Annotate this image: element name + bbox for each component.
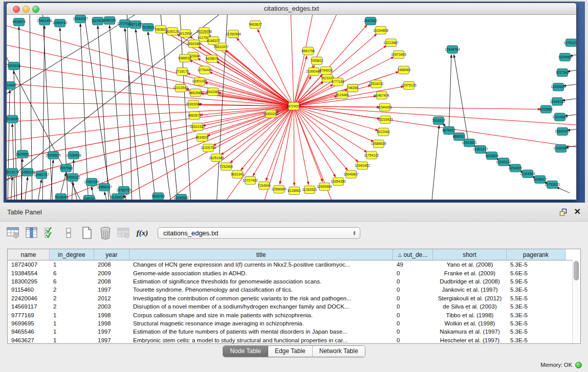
- table-row[interactable]: 1456911722003Disruption of a novel membe…: [8, 302, 580, 311]
- column-header-out_de[interactable]: △out_de...: [393, 249, 433, 260]
- table-mode-button[interactable]: [5, 225, 21, 241]
- graph-node-teal[interactable]: 8254305: [509, 164, 522, 172]
- graph-node-yellow[interactable]: 16510332: [190, 123, 205, 130]
- graph-node-teal[interactable]: 20206575: [46, 151, 61, 159]
- graph-node-teal[interactable]: 11456123: [20, 168, 35, 176]
- graph-node-teal[interactable]: 11004543: [520, 170, 535, 178]
- graph-node-yellow[interactable]: 16251986: [209, 154, 224, 162]
- graph-node-teal[interactable]: 6466160: [103, 17, 116, 25]
- close-panel-icon[interactable]: ✕: [574, 208, 581, 215]
- graph-node-yellow[interactable]: 746266: [347, 84, 358, 92]
- column-header-short[interactable]: short: [433, 249, 507, 260]
- graph-node-yellow[interactable]: 9852587: [189, 89, 202, 97]
- graph-node-teal[interactable]: 3913174: [7, 168, 19, 176]
- graph-node-teal[interactable]: 10913821: [462, 139, 477, 147]
- graph-node-yellow[interactable]: 10467404: [374, 92, 389, 99]
- graph-node-yellow[interactable]: 9912954: [179, 30, 192, 37]
- column-header-name[interactable]: name: [8, 249, 50, 260]
- graph-node-yellow[interactable]: 18724007: [286, 102, 301, 110]
- graph-node-yellow[interactable]: 13354350: [331, 178, 346, 185]
- graph-node-yellow[interactable]: 21833088: [186, 100, 201, 108]
- graph-node-yellow[interactable]: 16154808: [373, 27, 388, 34]
- graph-node-yellow[interactable]: 9386031: [178, 54, 191, 62]
- tab-network-table[interactable]: Network Table: [313, 346, 365, 357]
- graph-node-teal[interactable]: 8215955: [539, 105, 553, 113]
- graph-node-teal[interactable]: 12093822: [551, 83, 566, 91]
- graph-node-yellow[interactable]: 7955812: [310, 57, 323, 64]
- graph-node-teal[interactable]: 2516695: [7, 115, 19, 123]
- graph-node-teal[interactable]: 20691406: [37, 17, 52, 25]
- table-row[interactable]: 1872400712008Changes of HCN gene express…: [8, 260, 580, 269]
- graph-node-yellow[interactable]: 13216423: [378, 116, 393, 123]
- graph-node-yellow[interactable]: 10973493: [391, 51, 406, 58]
- graph-node-teal[interactable]: 16953742: [52, 19, 68, 27]
- graph-node-teal[interactable]: 10165344: [553, 145, 569, 152]
- graph-node-teal[interactable]: 9135405: [111, 193, 124, 200]
- graph-node-yellow[interactable]: 9634505: [195, 134, 209, 141]
- column-header-year[interactable]: year: [94, 249, 129, 260]
- graph-node-yellow[interactable]: 16046807: [343, 170, 359, 178]
- graph-node-teal[interactable]: 8889911: [452, 133, 465, 140]
- graph-node-yellow[interactable]: 2718170: [176, 68, 189, 75]
- graph-node-yellow[interactable]: 9222061: [377, 128, 390, 136]
- graph-node-yellow[interactable]: 12260584: [226, 30, 241, 38]
- graph-node-yellow[interactable]: 9115460: [336, 91, 349, 99]
- node-table[interactable]: namein_degreeyeartitle△out_de...shortpag…: [7, 249, 581, 344]
- graph-node-teal[interactable]: 4935574: [12, 18, 26, 26]
- graph-node-yellow[interactable]: 7154944: [257, 182, 271, 189]
- table-panel-header[interactable]: Table Panel ✕: [0, 203, 588, 222]
- graph-node-yellow[interactable]: 11754102: [364, 151, 379, 159]
- graph-node-yellow[interactable]: 10940452: [355, 162, 370, 169]
- deselect-all-button[interactable]: [60, 225, 77, 241]
- zoom-window-button[interactable]: [32, 6, 39, 13]
- delete-table-button[interactable]: [116, 225, 132, 241]
- graph-node-teal[interactable]: 10246542: [173, 194, 189, 200]
- graph-node-teal[interactable]: 12942737: [34, 171, 49, 179]
- tab-edge-table[interactable]: Edge Table: [268, 346, 313, 357]
- graph-node-teal[interactable]: 16782753: [116, 186, 132, 194]
- scrollbar-thumb[interactable]: [574, 261, 579, 280]
- network-table-select[interactable]: citations_edges.txt ▲▼: [158, 227, 360, 239]
- graph-node-teal[interactable]: 16958107: [97, 183, 112, 191]
- graph-node-teal[interactable]: 17159926: [66, 151, 81, 159]
- graph-node-teal[interactable]: 1314906: [7, 82, 16, 90]
- column-header-pagerank[interactable]: pagerank: [507, 249, 565, 260]
- graph-node-teal[interactable]: 10653287: [73, 15, 88, 23]
- graph-node-teal[interactable]: 2053108: [7, 62, 20, 70]
- citation-network-graph[interactable]: 1872400794636271226058416610207940567912…: [7, 15, 576, 200]
- minimize-window-button[interactable]: [23, 6, 30, 13]
- graph-node-teal[interactable]: 9097588: [59, 164, 73, 172]
- graph-node-yellow[interactable]: 9160124: [166, 28, 179, 35]
- graph-node-yellow[interactable]: 11283521: [302, 186, 317, 193]
- graph-node-yellow[interactable]: 12213543: [173, 84, 188, 92]
- graph-node-yellow[interactable]: 12754411: [198, 66, 212, 74]
- network-window[interactable]: citations_edges.txt 18724007946362712260…: [6, 3, 577, 200]
- tab-node-table[interactable]: Node Table: [223, 346, 268, 357]
- graph-node-yellow[interactable]: 9862875: [188, 112, 201, 119]
- table-row[interactable]: 946362711997Embryonic stem cells: a mode…: [8, 336, 580, 344]
- table-row[interactable]: 1938455462009Genome-wide association stu…: [8, 269, 580, 277]
- graph-node-teal[interactable]: 15692971: [555, 127, 570, 135]
- select-all-button[interactable]: [42, 225, 58, 241]
- delete-column-button[interactable]: [97, 225, 114, 241]
- table-vertical-scrollbar[interactable]: [572, 260, 580, 343]
- table-row[interactable]: 2242004622012Investigating the contribut…: [8, 294, 580, 302]
- graph-node-teal[interactable]: 16301217: [473, 146, 488, 154]
- table-row[interactable]: 969969511998Structural magnetic resonanc…: [8, 319, 580, 327]
- graph-node-yellow[interactable]: 9831341: [231, 170, 244, 178]
- column-header-title[interactable]: title: [129, 249, 393, 260]
- graph-node-yellow[interactable]: 9463627: [249, 21, 262, 29]
- graph-node-yellow[interactable]: 8186327: [207, 37, 220, 45]
- graph-node-yellow[interactable]: 15518231: [368, 80, 384, 88]
- graph-node-yellow[interactable]: 11544091: [378, 103, 393, 111]
- graph-node-teal[interactable]: 12905115: [66, 173, 80, 181]
- graph-node-yellow[interactable]: 8942389: [206, 88, 220, 96]
- graph-node-teal[interactable]: 9329966: [558, 53, 572, 61]
- graph-node-teal[interactable]: 1065203: [82, 195, 96, 200]
- graph-node-yellow[interactable]: 12975125: [401, 82, 417, 90]
- graph-node-yellow[interactable]: 10727402: [243, 177, 258, 184]
- column-header-in_degree[interactable]: in_degree: [50, 249, 94, 260]
- graph-node-teal[interactable]: 16648784: [445, 46, 460, 53]
- float-panel-icon[interactable]: [559, 208, 567, 216]
- table-row[interactable]: 977716911998Corpus callosum shape and si…: [8, 311, 580, 319]
